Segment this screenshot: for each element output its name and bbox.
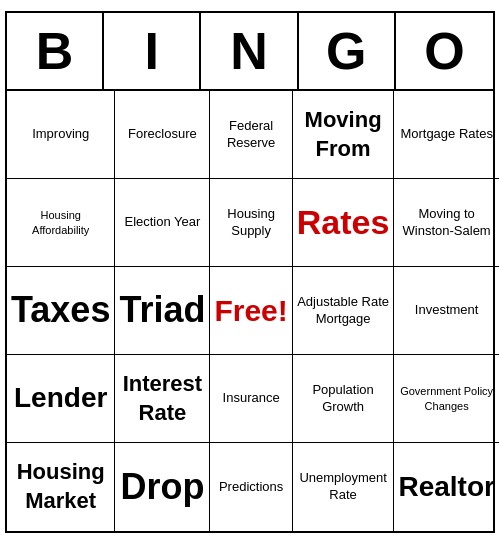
bingo-cell-0: Improving [7,91,115,179]
bingo-cell-10: Taxes [7,267,115,355]
bingo-cell-5: Housing Affordability [7,179,115,267]
letter-n: N [201,13,298,89]
bingo-cell-24: Realtor [394,443,498,531]
bingo-cell-11: Triad [115,267,210,355]
letter-i: I [104,13,201,89]
bingo-cell-3: Moving From [293,91,395,179]
bingo-cell-13: Adjustable Rate Mortgage [293,267,395,355]
bingo-cell-1: Foreclosure [115,91,210,179]
letter-g: G [299,13,396,89]
bingo-cell-23: Unemployment Rate [293,443,395,531]
bingo-cell-16: Interest Rate [115,355,210,443]
bingo-cell-12: Free! [210,267,292,355]
bingo-cell-6: Election Year [115,179,210,267]
bingo-header: B I N G O [7,13,493,91]
bingo-grid: ImprovingForeclosureFederal ReserveMovin… [7,91,493,531]
bingo-cell-21: Drop [115,443,210,531]
letter-b: B [7,13,104,89]
bingo-cell-18: Population Growth [293,355,395,443]
bingo-cell-19: Government Policy Changes [394,355,498,443]
bingo-cell-2: Federal Reserve [210,91,292,179]
bingo-card: B I N G O ImprovingForeclosureFederal Re… [5,11,495,533]
bingo-cell-20: Housing Market [7,443,115,531]
bingo-cell-7: Housing Supply [210,179,292,267]
bingo-cell-9: Moving to Winston-Salem [394,179,498,267]
bingo-cell-17: Insurance [210,355,292,443]
bingo-cell-22: Predictions [210,443,292,531]
bingo-cell-4: Mortgage Rates [394,91,498,179]
bingo-cell-15: Lender [7,355,115,443]
letter-o: O [396,13,493,89]
bingo-cell-14: Investment [394,267,498,355]
bingo-cell-8: Rates [293,179,395,267]
